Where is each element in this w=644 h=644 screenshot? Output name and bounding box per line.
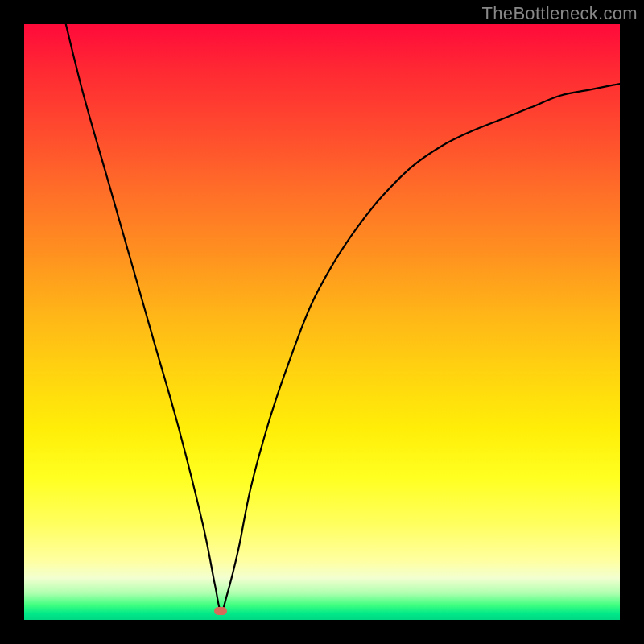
curve-svg bbox=[24, 24, 620, 620]
watermark-text: TheBottleneck.com bbox=[482, 3, 638, 24]
bottleneck-curve bbox=[66, 24, 620, 611]
plot-area bbox=[24, 24, 620, 620]
optimum-marker bbox=[214, 607, 227, 615]
chart-frame: TheBottleneck.com bbox=[0, 0, 644, 644]
